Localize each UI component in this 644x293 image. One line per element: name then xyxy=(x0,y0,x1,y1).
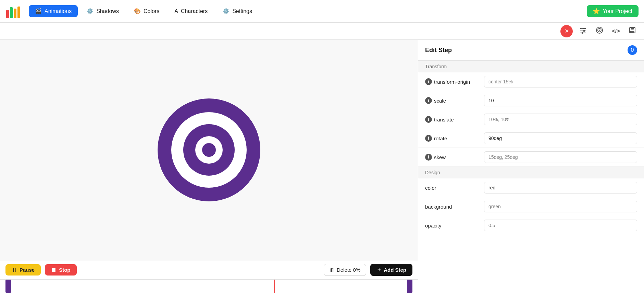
opacity-input[interactable] xyxy=(484,220,637,231)
field-label-wrap-scale: i scale xyxy=(425,97,480,104)
info-icon-scale: i xyxy=(425,97,432,104)
rotate-input[interactable] xyxy=(484,132,637,144)
info-icon-skew: i xyxy=(425,154,432,161)
bullseye-ring2 xyxy=(171,112,247,188)
timeline[interactable] xyxy=(0,279,418,293)
nav-project[interactable]: ⭐ Your Project xyxy=(587,5,639,17)
info-icon-translate: i xyxy=(425,116,432,123)
field-transform-origin: i transform-origin xyxy=(418,72,644,91)
target-button[interactable] xyxy=(593,25,606,37)
target-icon xyxy=(596,26,603,36)
skew-input[interactable] xyxy=(484,151,637,163)
stop-button[interactable]: ⏹ Stop xyxy=(45,264,76,276)
save-button[interactable] xyxy=(626,25,639,37)
nav-settings[interactable]: ⚙️ Settings xyxy=(216,5,258,17)
field-label-wrap-color: color xyxy=(425,185,480,191)
svg-rect-14 xyxy=(631,27,634,30)
bullseye-ring3 xyxy=(183,124,235,176)
field-label-wrap-background: background xyxy=(425,204,480,210)
field-opacity: opacity xyxy=(418,216,644,235)
color-input[interactable] xyxy=(484,182,637,194)
sliders-icon xyxy=(579,26,587,36)
field-label-wrap-translate: i translate xyxy=(425,116,480,123)
bullseye-ring4 xyxy=(195,136,223,164)
code-button[interactable]: </> xyxy=(610,25,622,37)
characters-icon: A xyxy=(174,8,178,14)
info-icon-transform-origin: i xyxy=(425,78,432,85)
scale-label: scale xyxy=(434,98,446,104)
toolbar-row: ✕ </> xyxy=(0,23,644,40)
rotate-label: rotate xyxy=(434,136,447,141)
trash-icon: 🗑 xyxy=(330,267,335,273)
close-icon: ✕ xyxy=(565,28,569,34)
right-panel: Edit Step 0 Transform i transform-origin… xyxy=(418,40,644,293)
code-icon: </> xyxy=(612,28,620,34)
main-area: ⏸ Pause ⏹ Stop 🗑 Delete 0% ＋ Add Step xyxy=(0,40,644,293)
field-scale: i scale xyxy=(418,91,644,110)
pause-icon: ⏸ xyxy=(12,267,17,273)
field-label-wrap-skew: i skew xyxy=(425,154,480,161)
design-section-label: Design xyxy=(418,167,644,178)
svg-rect-2 xyxy=(14,9,16,18)
translate-input[interactable] xyxy=(484,114,637,125)
transform-section-label: Transform xyxy=(418,61,644,72)
translate-label: translate xyxy=(434,117,454,122)
timeline-playhead[interactable] xyxy=(274,280,275,293)
opacity-label: opacity xyxy=(425,223,442,228)
canvas-area: ⏸ Pause ⏹ Stop 🗑 Delete 0% ＋ Add Step xyxy=(0,40,418,293)
close-button[interactable]: ✕ xyxy=(560,25,573,37)
svg-point-12 xyxy=(599,30,600,31)
transform-origin-input[interactable] xyxy=(484,76,637,87)
field-translate: i translate xyxy=(418,110,644,129)
svg-point-7 xyxy=(583,30,585,32)
background-label: background xyxy=(425,204,452,210)
logo xyxy=(5,4,21,19)
svg-rect-3 xyxy=(17,7,20,18)
field-color: color xyxy=(418,178,644,197)
save-icon xyxy=(629,26,636,36)
nav-colors[interactable]: 🎨 Colors xyxy=(128,5,165,17)
transform-origin-label: transform-origin xyxy=(434,79,470,85)
field-label-wrap-opacity: opacity xyxy=(425,223,480,228)
info-icon-rotate: i xyxy=(425,135,432,142)
bullseye-outer xyxy=(158,98,260,201)
plus-icon: ＋ xyxy=(376,267,382,273)
panel-header: Edit Step 0 xyxy=(418,40,644,61)
field-label-wrap: i transform-origin xyxy=(425,78,480,85)
scale-input[interactable] xyxy=(484,95,637,106)
nav-characters[interactable]: A Characters xyxy=(168,5,214,17)
svg-rect-0 xyxy=(6,10,9,18)
background-input[interactable] xyxy=(484,201,637,212)
palette-icon: 🎨 xyxy=(134,8,141,14)
panel-close-button[interactable]: 0 xyxy=(628,45,637,55)
delete-button[interactable]: 🗑 Delete 0% xyxy=(324,264,366,276)
shadows-icon: ⚙️ xyxy=(87,8,94,14)
field-label-wrap-rotate: i rotate xyxy=(425,135,480,142)
film-icon: 🎬 xyxy=(35,8,42,14)
bullseye-center xyxy=(202,143,216,157)
settings-gear-icon: ⚙️ xyxy=(223,8,230,14)
svg-point-9 xyxy=(582,32,583,34)
nav-shadows[interactable]: ⚙️ Shadows xyxy=(80,5,125,17)
timeline-handle-right[interactable] xyxy=(407,279,412,293)
field-skew: i skew xyxy=(418,148,644,167)
add-step-button[interactable]: ＋ Add Step xyxy=(370,264,412,276)
timeline-handle-left[interactable] xyxy=(5,279,11,293)
color-label: color xyxy=(425,185,436,191)
svg-rect-15 xyxy=(630,31,634,33)
pause-button[interactable]: ⏸ Pause xyxy=(5,264,41,276)
canvas-content xyxy=(0,40,418,260)
star-icon: ⭐ xyxy=(593,8,600,14)
nav-animations[interactable]: 🎬 Animations xyxy=(29,5,78,17)
field-background: background xyxy=(418,197,644,216)
top-nav: 🎬 Animations ⚙️ Shadows 🎨 Colors A Chara… xyxy=(0,0,644,23)
panel-title: Edit Step xyxy=(425,47,452,54)
sliders-button[interactable] xyxy=(577,25,589,37)
field-rotate: i rotate xyxy=(418,129,644,148)
stop-icon: ⏹ xyxy=(51,267,56,273)
svg-rect-1 xyxy=(10,7,13,18)
skew-label: skew xyxy=(434,154,446,160)
bottom-controls: ⏸ Pause ⏹ Stop 🗑 Delete 0% ＋ Add Step xyxy=(0,260,418,279)
svg-point-5 xyxy=(581,28,583,30)
